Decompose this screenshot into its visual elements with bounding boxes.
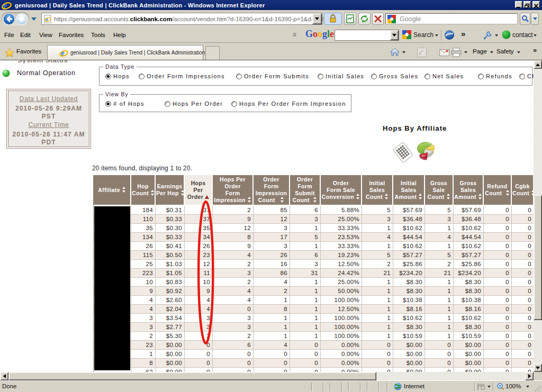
svg-text:e: e	[46, 16, 48, 22]
